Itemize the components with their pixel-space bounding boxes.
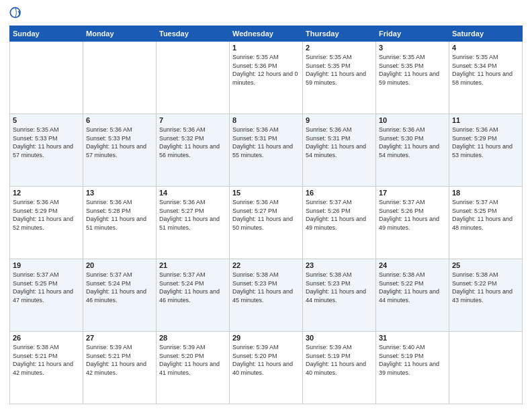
day-info: Sunrise: 5:35 AM Sunset: 5:34 PM Dayligh… [452,53,519,87]
day-number: 28 [159,334,226,342]
day-info: Sunrise: 5:38 AM Sunset: 5:21 PM Dayligh… [13,343,80,377]
day-number: 13 [86,189,153,197]
weekday-header-friday: Friday [376,26,449,42]
weekday-header-saturday: Saturday [449,26,523,42]
calendar-cell [157,42,230,114]
calendar-cell: 13Sunrise: 5:36 AM Sunset: 5:28 PM Dayli… [83,187,157,259]
calendar-cell: 26Sunrise: 5:38 AM Sunset: 5:21 PM Dayli… [10,332,83,404]
day-number: 25 [452,261,519,269]
day-number: 14 [159,189,226,197]
day-info: Sunrise: 5:38 AM Sunset: 5:23 PM Dayligh… [306,271,373,304]
calendar-cell: 2Sunrise: 5:35 AM Sunset: 5:35 PM Daylig… [303,42,376,114]
logo-icon [9,7,23,20]
day-info: Sunrise: 5:36 AM Sunset: 5:27 PM Dayligh… [232,198,300,232]
day-number: 3 [379,44,446,52]
day-info: Sunrise: 5:37 AM Sunset: 5:25 PM Dayligh… [13,271,80,304]
day-info: Sunrise: 5:39 AM Sunset: 5:21 PM Dayligh… [86,343,153,377]
calendar-cell: 24Sunrise: 5:38 AM Sunset: 5:22 PM Dayli… [376,259,449,332]
day-number: 2 [306,44,373,52]
day-number: 12 [13,189,80,197]
day-info: Sunrise: 5:39 AM Sunset: 5:20 PM Dayligh… [159,343,226,377]
calendar-cell: 9Sunrise: 5:36 AM Sunset: 5:31 PM Daylig… [303,114,376,187]
day-info: Sunrise: 5:36 AM Sunset: 5:31 PM Dayligh… [306,126,373,159]
day-number: 18 [452,189,519,197]
weekday-header-sunday: Sunday [10,26,83,42]
day-number: 19 [13,261,80,269]
day-info: Sunrise: 5:39 AM Sunset: 5:20 PM Dayligh… [232,343,300,377]
calendar-cell: 5Sunrise: 5:35 AM Sunset: 5:33 PM Daylig… [10,114,83,187]
page: SundayMondayTuesdayWednesdayThursdayFrid… [0,0,532,411]
calendar-cell: 12Sunrise: 5:36 AM Sunset: 5:29 PM Dayli… [10,187,83,259]
calendar-cell [449,332,523,404]
calendar-cell: 20Sunrise: 5:37 AM Sunset: 5:24 PM Dayli… [83,259,157,332]
calendar-cell: 17Sunrise: 5:37 AM Sunset: 5:26 PM Dayli… [376,187,449,259]
calendar-cell: 11Sunrise: 5:36 AM Sunset: 5:29 PM Dayli… [449,114,523,187]
calendar-week-3: 12Sunrise: 5:36 AM Sunset: 5:29 PM Dayli… [10,187,523,259]
calendar-cell: 4Sunrise: 5:35 AM Sunset: 5:34 PM Daylig… [449,42,523,114]
calendar-cell: 18Sunrise: 5:37 AM Sunset: 5:25 PM Dayli… [449,187,523,259]
day-info: Sunrise: 5:36 AM Sunset: 5:28 PM Dayligh… [86,198,153,232]
day-info: Sunrise: 5:35 AM Sunset: 5:33 PM Dayligh… [13,126,80,159]
day-number: 1 [232,44,300,52]
day-info: Sunrise: 5:37 AM Sunset: 5:24 PM Dayligh… [159,271,226,304]
header [9,7,523,20]
day-info: Sunrise: 5:36 AM Sunset: 5:33 PM Dayligh… [86,126,153,159]
day-number: 16 [306,189,373,197]
day-info: Sunrise: 5:36 AM Sunset: 5:32 PM Dayligh… [159,126,226,159]
day-info: Sunrise: 5:36 AM Sunset: 5:29 PM Dayligh… [452,126,519,159]
day-info: Sunrise: 5:38 AM Sunset: 5:22 PM Dayligh… [379,271,446,304]
calendar-cell: 10Sunrise: 5:36 AM Sunset: 5:30 PM Dayli… [376,114,449,187]
day-info: Sunrise: 5:39 AM Sunset: 5:19 PM Dayligh… [306,343,373,377]
calendar-cell: 25Sunrise: 5:38 AM Sunset: 5:22 PM Dayli… [449,259,523,332]
day-info: Sunrise: 5:37 AM Sunset: 5:26 PM Dayligh… [379,198,446,232]
day-number: 6 [86,116,153,124]
day-info: Sunrise: 5:36 AM Sunset: 5:27 PM Dayligh… [159,198,226,232]
day-info: Sunrise: 5:37 AM Sunset: 5:25 PM Dayligh… [452,198,519,232]
day-number: 31 [379,334,446,342]
calendar-week-4: 19Sunrise: 5:37 AM Sunset: 5:25 PM Dayli… [10,259,523,332]
calendar-cell: 7Sunrise: 5:36 AM Sunset: 5:32 PM Daylig… [157,114,230,187]
day-info: Sunrise: 5:36 AM Sunset: 5:31 PM Dayligh… [232,126,300,159]
day-info: Sunrise: 5:37 AM Sunset: 5:24 PM Dayligh… [86,271,153,304]
day-info: Sunrise: 5:36 AM Sunset: 5:30 PM Dayligh… [379,126,446,159]
weekday-header-tuesday: Tuesday [157,26,230,42]
day-number: 24 [379,261,446,269]
calendar-cell: 16Sunrise: 5:37 AM Sunset: 5:26 PM Dayli… [303,187,376,259]
calendar-cell: 22Sunrise: 5:38 AM Sunset: 5:23 PM Dayli… [230,259,303,332]
day-number: 17 [379,189,446,197]
day-number: 20 [86,261,153,269]
day-number: 30 [306,334,373,342]
calendar-cell: 27Sunrise: 5:39 AM Sunset: 5:21 PM Dayli… [83,332,157,404]
calendar-cell: 31Sunrise: 5:40 AM Sunset: 5:19 PM Dayli… [376,332,449,404]
day-number: 7 [159,116,226,124]
calendar-week-5: 26Sunrise: 5:38 AM Sunset: 5:21 PM Dayli… [10,332,523,404]
calendar-cell [83,42,157,114]
day-number: 11 [452,116,519,124]
calendar-header-row: SundayMondayTuesdayWednesdayThursdayFrid… [10,26,523,42]
calendar-cell: 23Sunrise: 5:38 AM Sunset: 5:23 PM Dayli… [303,259,376,332]
weekday-header-monday: Monday [83,26,157,42]
calendar-cell: 29Sunrise: 5:39 AM Sunset: 5:20 PM Dayli… [230,332,303,404]
day-number: 9 [306,116,373,124]
calendar-cell: 6Sunrise: 5:36 AM Sunset: 5:33 PM Daylig… [83,114,157,187]
day-info: Sunrise: 5:35 AM Sunset: 5:35 PM Dayligh… [379,53,446,87]
calendar-cell: 21Sunrise: 5:37 AM Sunset: 5:24 PM Dayli… [157,259,230,332]
day-number: 29 [232,334,300,342]
calendar-cell [10,42,83,114]
day-number: 10 [379,116,446,124]
day-info: Sunrise: 5:36 AM Sunset: 5:29 PM Dayligh… [13,198,80,232]
calendar-cell: 14Sunrise: 5:36 AM Sunset: 5:27 PM Dayli… [157,187,230,259]
calendar-cell: 28Sunrise: 5:39 AM Sunset: 5:20 PM Dayli… [157,332,230,404]
calendar-cell: 30Sunrise: 5:39 AM Sunset: 5:19 PM Dayli… [303,332,376,404]
day-number: 15 [232,189,300,197]
day-info: Sunrise: 5:38 AM Sunset: 5:23 PM Dayligh… [232,271,300,304]
weekday-header-thursday: Thursday [303,26,376,42]
day-number: 22 [232,261,300,269]
calendar-cell: 8Sunrise: 5:36 AM Sunset: 5:31 PM Daylig… [230,114,303,187]
calendar-table: SundayMondayTuesdayWednesdayThursdayFrid… [9,26,523,404]
day-number: 5 [13,116,80,124]
day-number: 23 [306,261,373,269]
calendar-cell: 3Sunrise: 5:35 AM Sunset: 5:35 PM Daylig… [376,42,449,114]
day-info: Sunrise: 5:35 AM Sunset: 5:36 PM Dayligh… [232,53,300,87]
day-number: 4 [452,44,519,52]
